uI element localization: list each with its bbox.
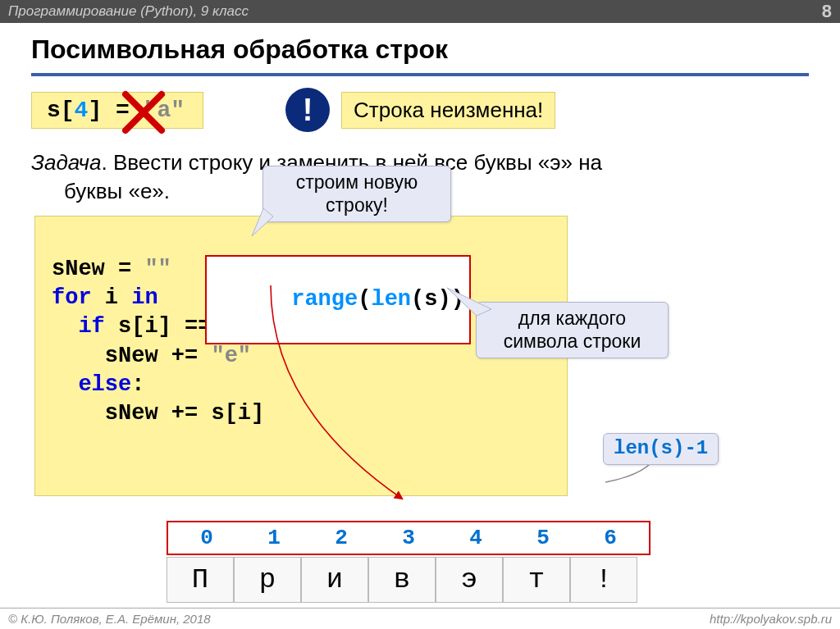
char-cell: р (234, 557, 301, 603)
footer: © К.Ю. Поляков, Е.А. Ерёмин, 2018 http:/… (0, 608, 840, 629)
svg-marker-2 (252, 208, 273, 236)
index-cell: 2 (308, 526, 375, 550)
char-cell: и (301, 557, 368, 603)
char-cell: э (436, 557, 503, 603)
invalid-assignment-code: s[4] = "a" (31, 92, 203, 129)
index-cell: 5 (509, 526, 577, 550)
copyright: © К.Ю. Поляков, Е.А. Ерёмин, 2018 (8, 612, 211, 626)
warning-icon: ! (285, 88, 330, 132)
callout-for-each-char: для каждого символа строки (476, 302, 669, 358)
char-cell: т (503, 557, 570, 603)
course-title: Программирование (Python), 9 класс (8, 3, 249, 20)
string-index-diagram: 0123456 Привэт! (167, 521, 809, 603)
char-cell: П (167, 557, 234, 603)
callout-string-immutable: Строка неизменна! (341, 92, 555, 129)
index-cell: 0 (173, 526, 240, 550)
index-cell: 6 (577, 526, 644, 550)
char-cell: в (368, 557, 436, 603)
index-cell: 4 (442, 526, 509, 550)
page-title: Посимвольная обработка строк (31, 34, 809, 76)
char-cell: ! (570, 557, 637, 603)
range-expression-box: range(len(s)) (205, 255, 471, 344)
header-bar: Программирование (Python), 9 класс 8 (0, 0, 840, 23)
index-cell: 3 (375, 526, 442, 550)
callout-len-minus-one: len(s)-1 (603, 433, 719, 465)
page-number: 8 (822, 1, 832, 22)
svg-marker-3 (447, 288, 491, 316)
callout-build-new-string: строим новую строку! (262, 166, 451, 222)
index-cell: 1 (240, 526, 308, 550)
footer-url: http://kpolyakov.spb.ru (710, 612, 832, 626)
